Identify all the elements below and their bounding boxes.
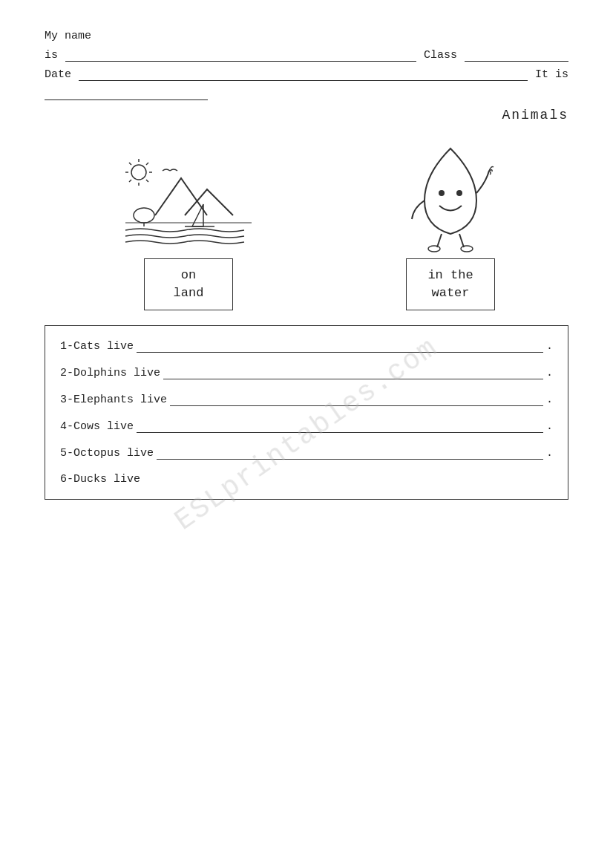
exercise-6-label: 6-Ducks live xyxy=(60,473,553,486)
exercise-4-row: 4-Cows live . xyxy=(60,420,553,433)
svg-point-19 xyxy=(461,246,473,252)
date-label: Date xyxy=(45,68,71,81)
exercise-4: 4-Cows live . xyxy=(60,420,553,433)
exercise-3-row: 3-Elephants live . xyxy=(60,393,553,406)
it-is-row xyxy=(45,87,568,100)
exercise-4-text: 4-Cows live xyxy=(60,420,134,433)
date-row: Date It is xyxy=(45,68,568,81)
header-section: My name is Class Date It is xyxy=(45,30,568,100)
exercise-1: 1-Cats live . xyxy=(60,339,553,353)
svg-line-6 xyxy=(146,180,148,182)
water-label: in thewater xyxy=(406,258,495,310)
svg-point-15 xyxy=(456,190,462,196)
exercise-2-row: 2-Dolphins live . xyxy=(60,366,553,379)
exercise-5-input[interactable] xyxy=(157,446,543,460)
svg-point-12 xyxy=(134,208,154,223)
is-class-row: is Class xyxy=(45,48,568,62)
exercise-5-text: 5-Octopus live xyxy=(60,447,154,460)
land-label: onland xyxy=(144,258,233,310)
exercise-3-text: 3-Elephants live xyxy=(60,394,167,406)
name-row: My name xyxy=(45,30,568,42)
svg-line-16 xyxy=(437,234,442,247)
exercise-1-text: 1-Cats live xyxy=(60,340,134,353)
land-block: onland xyxy=(118,156,259,310)
exercise-2-input[interactable] xyxy=(163,366,543,379)
svg-point-18 xyxy=(428,246,440,252)
svg-line-7 xyxy=(146,163,148,165)
exercise-3-input[interactable] xyxy=(170,393,543,406)
is-label: is xyxy=(45,49,58,62)
class-label: Class xyxy=(424,49,457,62)
date-input[interactable] xyxy=(79,68,528,81)
svg-line-8 xyxy=(129,180,131,182)
class-input[interactable] xyxy=(465,48,568,62)
name-input[interactable] xyxy=(65,48,416,62)
exercise-2-text: 2-Dolphins live xyxy=(60,367,160,379)
exercise-4-input[interactable] xyxy=(137,420,543,433)
svg-point-14 xyxy=(439,190,445,196)
svg-line-17 xyxy=(459,234,464,247)
svg-line-5 xyxy=(129,163,131,165)
svg-point-0 xyxy=(131,165,146,180)
exercise-3: 3-Elephants live . xyxy=(60,393,553,406)
water-block: in thewater xyxy=(406,145,495,310)
exercise-5-row: 5-Octopus live . xyxy=(60,446,553,460)
land-image xyxy=(118,156,259,252)
exercise-2: 2-Dolphins live . xyxy=(60,366,553,379)
images-section: onland in xyxy=(45,145,568,310)
exercise-5: 5-Octopus live . xyxy=(60,446,553,460)
exercises-box: 1-Cats live . 2-Dolphins live . 3-Elepha… xyxy=(45,325,568,500)
exercise-1-row: 1-Cats live . xyxy=(60,339,553,353)
my-name-label: My name xyxy=(45,30,91,42)
it-is-input[interactable] xyxy=(45,87,208,100)
exercise-1-input[interactable] xyxy=(137,339,543,353)
it-label: It is xyxy=(535,68,568,81)
water-image xyxy=(406,145,495,252)
exercise-6: 6-Ducks live xyxy=(60,473,553,486)
page-title: Animals xyxy=(45,108,568,123)
